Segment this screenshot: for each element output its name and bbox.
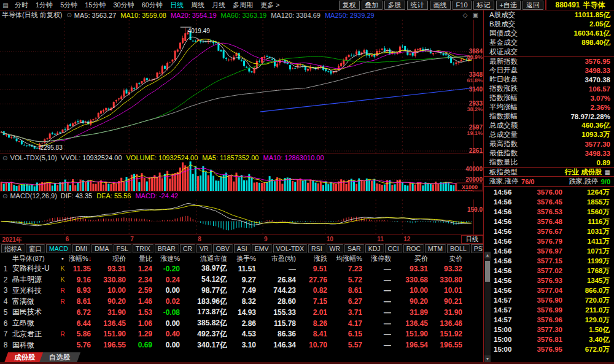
indicator-tab-PSY[interactable]: PSY [471, 244, 483, 253]
column-header[interactable]: 涨停数 [362, 254, 391, 263]
scroll-up-button[interactable]: ▲ [484, 252, 491, 258]
period-tab-周线[interactable]: 周线 [187, 1, 208, 10]
indicator-tab-OBV[interactable]: OBV [213, 244, 233, 253]
tick-volume: 720.0万 [562, 296, 614, 305]
period-tab-多周期[interactable]: 多周期 [229, 1, 257, 10]
table-row[interactable]: 3亚光科技R8.9310.002.590.0098.77亿7.49744.230… [0, 285, 483, 296]
constituents-grid-icon[interactable]: ▦ [605, 169, 610, 176]
collapse-icon[interactable]: ⊙ [66, 12, 71, 18]
column-header[interactable]: 流通市值 [180, 254, 227, 263]
column-header[interactable]: 涨幅%↓ [69, 254, 91, 263]
column-header[interactable]: 现价 [91, 254, 126, 263]
tick-price: 3576.67 [516, 228, 562, 235]
indicator-tab-RSI[interactable]: RSI [308, 244, 325, 253]
toolbar-button-画线[interactable]: 画线 [430, 1, 451, 10]
bottom-tab-成份股[interactable]: 成份股 [4, 352, 45, 363]
column-header[interactable]: 换手% [227, 254, 256, 263]
legend-item: MA5: 3563.27 [74, 12, 117, 19]
indicator-tab-MTM[interactable]: MTM [425, 244, 446, 253]
period-tab-1分钟[interactable]: 1分钟 [32, 1, 56, 10]
toolbar-button-多股[interactable]: 多股 [384, 1, 405, 10]
column-header[interactable]: 量比 [126, 254, 152, 263]
indicator-tab-CR[interactable]: CR [180, 244, 195, 253]
indicator-tab-DMA[interactable]: DMA [91, 244, 112, 253]
column-header[interactable]: • [56, 255, 69, 262]
table-row[interactable]: 4富满微R8.6190.201.460.02183.96亿8.3228.607.… [0, 296, 483, 307]
info-label: 总成交量 [489, 130, 518, 139]
table-row[interactable]: 1安路科技-UK11.3593.311.24-0.2038.97亿11.51—9… [0, 263, 483, 274]
tick-scrollbar[interactable]: ▲ ▼ [484, 252, 491, 362]
indicator-tab-EMV[interactable]: EMV [252, 244, 272, 253]
indicator-tab-CCI[interactable]: CCI [385, 244, 402, 253]
main-candlestick-chart[interactable]: 368480.9%334861.8%3140293338.2%259719.1%… [0, 20, 484, 153]
toolbar-button-+自选[interactable]: +自选 [496, 1, 521, 10]
indicator-tab-VOL-TDX[interactable]: VOL-TDX [273, 244, 308, 253]
table-row[interactable]: 8国科微5.76196.550.690.00340.17亿3.10146.341… [0, 339, 483, 350]
bottom-tab-自选股[interactable]: 自选股 [39, 352, 80, 363]
period-tab-30分钟[interactable]: 30分钟 [110, 1, 138, 10]
period-tab-月线[interactable]: 月线 [208, 1, 229, 10]
toolbar-button-统计[interactable]: 统计 [407, 1, 428, 10]
scroll-thumb[interactable] [485, 261, 490, 282]
macd-chart[interactable]: 150.0 [0, 199, 484, 234]
period-tab-5分钟[interactable]: 5分钟 [56, 1, 81, 10]
period-indicator[interactable]: 日线 [461, 235, 483, 244]
tick-time: 14:56 [484, 228, 516, 235]
indicator-tab-DMI[interactable]: DMI [72, 244, 90, 253]
info-label: 国债成交 [489, 29, 518, 38]
scroll-down-button[interactable]: ▼ [484, 355, 491, 362]
toolbar-button-返回[interactable]: 返回 [523, 1, 543, 10]
column-header[interactable]: 卖价 [428, 254, 462, 263]
info-row-指数振幅: 指数振幅78.97/2.28% [484, 112, 614, 121]
table-row[interactable]: 5国民技术6.7231.901.53-0.08173.87亿14.93155.3… [0, 307, 483, 318]
window-mode-icon[interactable]: ▣ [473, 12, 478, 18]
period-tab-更多 >[interactable]: 更多 > [257, 1, 283, 10]
table-row[interactable]: 2晶丰明源K9.16330.802.340.2454.12亿9.2726.842… [0, 274, 483, 285]
indicator-tab-TRIX[interactable]: TRIX [133, 244, 154, 253]
indicator-tab-WR[interactable]: WR [327, 244, 344, 253]
period-tab-60分钟[interactable]: 60分钟 [138, 1, 166, 10]
indicator-tab-ROC[interactable]: ROC [403, 244, 424, 253]
indicator-tab-窗口[interactable]: 窗口 [26, 244, 45, 253]
indicator-tab-MACD[interactable]: MACD [46, 244, 71, 253]
tick-price: 3576.96 [516, 316, 562, 323]
info-label: 基金成交 [489, 38, 518, 47]
indicator-tab-KDJ[interactable]: KDJ [365, 244, 384, 253]
table-cell: 1.53 [126, 308, 152, 317]
toolbar-button-F10[interactable]: F10 [453, 1, 472, 10]
period-tab-分时[interactable]: 分时 [11, 1, 32, 10]
toolbar-button-叠加[interactable]: 叠加 [362, 1, 383, 10]
indicator-tab-SAR[interactable]: SAR [344, 244, 364, 253]
app-grid-icon[interactable]: ▤ [0, 2, 11, 9]
column-header[interactable]: 半导体(87) [11, 254, 56, 263]
table-cell: 5.57 [327, 341, 362, 349]
indicator-tab-指标A[interactable]: 指标A [1, 244, 25, 253]
column-header[interactable]: 市盈(动) [256, 254, 296, 263]
toolbar-button-复权[interactable]: 复权 [339, 1, 360, 10]
indicator-tab-BOLL[interactable]: BOLL [447, 244, 470, 253]
table-cell: 6.27 [327, 297, 362, 306]
diamond-icon[interactable]: ◇ [463, 12, 468, 18]
period-tab-15分钟[interactable]: 15分钟 [81, 1, 109, 10]
tick-price: 3576.00 [516, 188, 562, 196]
indicator-tab-ASI[interactable]: ASI [234, 244, 251, 253]
indicator-tab-FSL[interactable]: FSL [114, 244, 131, 253]
table-row[interactable]: 6立昂微6.44136.451.060.00385.82亿2.86115.788… [0, 318, 483, 329]
column-header[interactable]: 涨速% [152, 254, 180, 263]
volume-chart[interactable]: 4000020000X1000 [0, 161, 484, 192]
tick-price: 3576.48 [516, 218, 562, 225]
period-tab-日线[interactable]: 日线 [166, 1, 187, 10]
indicator-tab-VR[interactable]: VR [196, 244, 212, 253]
column-header[interactable]: 买价 [391, 254, 428, 263]
scroll-track[interactable] [484, 258, 491, 355]
info-label: 指数振幅 [489, 112, 518, 121]
svg-text:80.9%: 80.9% [467, 54, 483, 60]
toolbar-button-标记[interactable]: 标记 [473, 1, 494, 10]
collapse-icon[interactable]: ⊙ [2, 193, 7, 199]
table-row[interactable]: 7北京君正R5.86151.901.290.40492.37亿4.5386.36… [0, 329, 483, 340]
column-header[interactable]: 涨跌 [296, 254, 327, 263]
column-header[interactable]: 均涨幅% [327, 254, 362, 263]
table-cell: 5 [0, 308, 11, 317]
indicator-tab-BRAR[interactable]: BRAR [155, 244, 179, 253]
collapse-icon[interactable]: ⊙ [2, 155, 7, 161]
